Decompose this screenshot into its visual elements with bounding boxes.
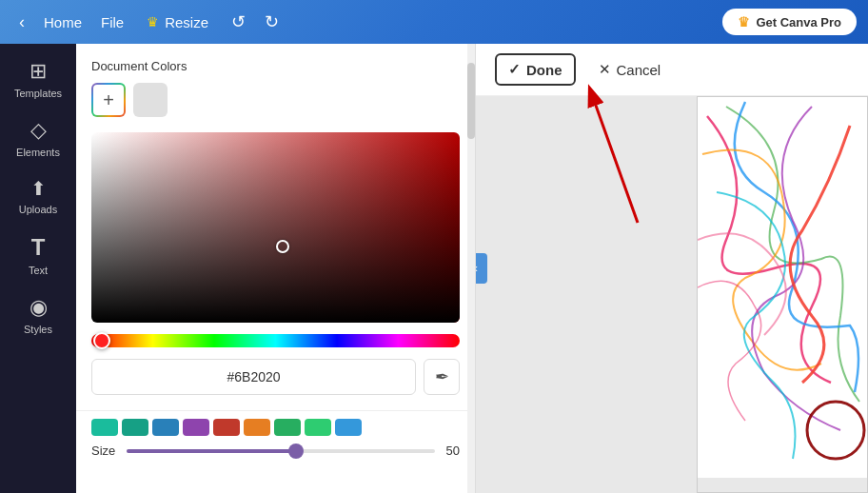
hex-input[interactable] bbox=[91, 359, 416, 395]
color-swatch[interactable] bbox=[183, 419, 209, 436]
sidebar-item-label: Elements bbox=[16, 147, 60, 158]
file-menu[interactable]: File bbox=[93, 10, 131, 34]
crown-icon: ♛ bbox=[738, 14, 750, 30]
check-icon: ✓ bbox=[508, 61, 521, 78]
styles-icon: ◉ bbox=[30, 295, 48, 320]
gradient-canvas[interactable] bbox=[91, 132, 460, 323]
size-area: Size 50 bbox=[76, 410, 475, 469]
color-swatch[interactable] bbox=[274, 419, 301, 436]
color-swatch[interactable] bbox=[122, 419, 148, 436]
color-swatch[interactable] bbox=[213, 419, 240, 436]
color-swatch[interactable] bbox=[244, 419, 270, 436]
cancel-button[interactable]: ✕ Cancel bbox=[587, 55, 673, 84]
topbar: ‹ Home File ♛ Resize ↺ ↻ ♛ Get Canva Pro bbox=[0, 0, 868, 44]
eyedropper-button[interactable]: ✒ bbox=[424, 359, 460, 395]
gradient-picker[interactable] bbox=[91, 132, 460, 323]
eyedropper-icon: ✒ bbox=[435, 366, 449, 387]
back-button[interactable]: ‹ bbox=[11, 9, 32, 36]
svg-line-1 bbox=[590, 89, 638, 223]
hex-row: ✒ bbox=[91, 359, 460, 395]
add-color-button[interactable]: + bbox=[91, 83, 126, 117]
done-cancel-bar: ✓ Done ✕ Cancel bbox=[476, 44, 868, 96]
panel-scrollbar[interactable] bbox=[467, 44, 475, 493]
sidebar-item-label: Styles bbox=[24, 324, 52, 335]
elements-icon: ◇ bbox=[30, 118, 47, 143]
hue-slider-container bbox=[91, 334, 460, 347]
size-slider-fill bbox=[127, 449, 296, 453]
size-row: Size 50 bbox=[91, 444, 460, 458]
canvas-area: ‹ ✓ Done ✕ Cancel bbox=[476, 44, 868, 493]
uploads-icon: ⬆ bbox=[30, 177, 47, 200]
collapse-panel-button[interactable]: ‹ bbox=[476, 253, 487, 284]
size-label: Size bbox=[91, 444, 115, 458]
done-label: Done bbox=[526, 62, 562, 78]
text-icon: T bbox=[31, 234, 46, 261]
size-value: 50 bbox=[446, 444, 460, 458]
color-swatch[interactable] bbox=[305, 419, 331, 436]
main-layout: ⊞ Templates ◇ Elements ⬆ Uploads T Text … bbox=[0, 44, 868, 493]
canvas-artwork bbox=[698, 97, 868, 478]
color-swatch[interactable] bbox=[152, 419, 179, 436]
size-swatches bbox=[91, 419, 460, 436]
color-picker-handle[interactable] bbox=[276, 240, 289, 253]
color-swatch[interactable] bbox=[335, 419, 362, 436]
templates-icon: ⊞ bbox=[30, 59, 47, 84]
close-icon: ✕ bbox=[599, 61, 611, 78]
sidebar: ⊞ Templates ◇ Elements ⬆ Uploads T Text … bbox=[0, 44, 76, 493]
sidebar-item-label: Uploads bbox=[19, 204, 57, 215]
crown-icon: ♛ bbox=[147, 14, 159, 30]
doc-colors-label: Document Colors bbox=[91, 59, 460, 73]
color-swatch[interactable] bbox=[91, 419, 118, 436]
size-slider-thumb[interactable] bbox=[288, 444, 304, 459]
redo-button[interactable]: ↻ bbox=[257, 8, 286, 36]
doc-color-swatches: + bbox=[91, 83, 460, 117]
undo-button[interactable]: ↺ bbox=[224, 8, 253, 36]
canvas-image bbox=[697, 96, 868, 493]
sidebar-item-templates[interactable]: ⊞ Templates bbox=[6, 51, 70, 107]
hue-slider[interactable] bbox=[91, 334, 460, 347]
color-panel: Document Colors + bbox=[76, 44, 476, 493]
sidebar-item-label: Text bbox=[29, 265, 48, 276]
sidebar-item-styles[interactable]: ◉ Styles bbox=[6, 287, 70, 343]
resize-button[interactable]: ♛ Resize bbox=[135, 10, 220, 34]
size-slider[interactable] bbox=[127, 449, 434, 453]
get-canva-pro-button[interactable]: ♛ Get Canva Pro bbox=[722, 9, 857, 35]
size-slider-track bbox=[127, 449, 434, 453]
sidebar-item-uploads[interactable]: ⬆ Uploads bbox=[6, 169, 70, 223]
hue-thumb[interactable] bbox=[93, 332, 110, 349]
panel-scrollbar-thumb[interactable] bbox=[467, 63, 475, 139]
sidebar-item-text[interactable]: T Text bbox=[6, 227, 70, 284]
color-swatch[interactable] bbox=[133, 83, 168, 117]
done-button[interactable]: ✓ Done bbox=[495, 53, 576, 86]
sidebar-item-label: Templates bbox=[14, 88, 62, 99]
sidebar-item-elements[interactable]: ◇ Elements bbox=[6, 110, 70, 166]
home-button[interactable]: Home bbox=[36, 10, 89, 34]
cancel-label: Cancel bbox=[617, 62, 661, 78]
